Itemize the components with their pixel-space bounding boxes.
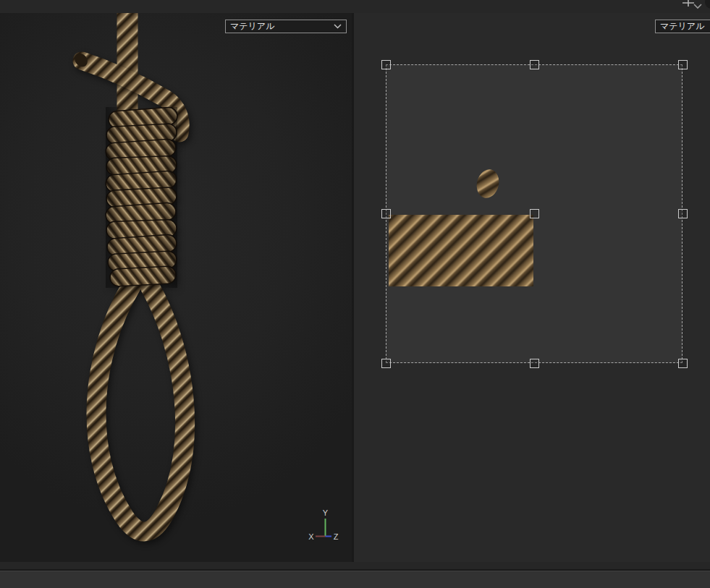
axis-y-label: Y (323, 508, 329, 517)
app-window: Y X Z (0, 0, 710, 588)
selection-handle-middle-left[interactable] (381, 209, 391, 218)
bottom-strip (0, 562, 710, 571)
viewport-uv[interactable] (354, 13, 710, 562)
material-dropdown-left-value: マテリアル (230, 20, 334, 33)
chevron-down-icon[interactable] (693, 4, 702, 9)
rope-render (0, 13, 352, 562)
axis-gizmo: Y X Z (300, 504, 351, 547)
axis-x-label: X (308, 532, 314, 541)
viewport-3d[interactable]: Y X Z (0, 13, 352, 562)
uv-island-strip[interactable] (389, 215, 533, 286)
material-dropdown-right[interactable]: マテリアル (655, 20, 710, 33)
selection-handle-top-center[interactable] (530, 60, 539, 69)
round-button[interactable] (705, 0, 710, 9)
material-dropdown-left[interactable]: マテリアル (225, 20, 347, 33)
selection-handle-bottom-left[interactable] (381, 359, 391, 368)
selection-handle-bottom-center[interactable] (530, 359, 539, 368)
selection-handle-middle-center[interactable] (530, 209, 539, 218)
status-bar (0, 571, 710, 588)
uv-islands (354, 13, 710, 562)
title-bar (0, 0, 710, 13)
rope-knot-coil (105, 107, 177, 288)
material-dropdown-right-value: マテリアル (660, 20, 710, 33)
selection-handle-middle-right[interactable] (678, 209, 688, 218)
selection-handle-top-right[interactable] (678, 60, 688, 69)
axis-z-label: Z (334, 532, 339, 541)
uv-island-oval[interactable] (474, 167, 502, 200)
chevron-down-icon (334, 24, 342, 29)
selection-handle-bottom-right[interactable] (678, 359, 688, 368)
rope-loop (96, 286, 185, 532)
rope-model[interactable] (72, 13, 185, 532)
selection-handle-top-left[interactable] (381, 60, 391, 69)
